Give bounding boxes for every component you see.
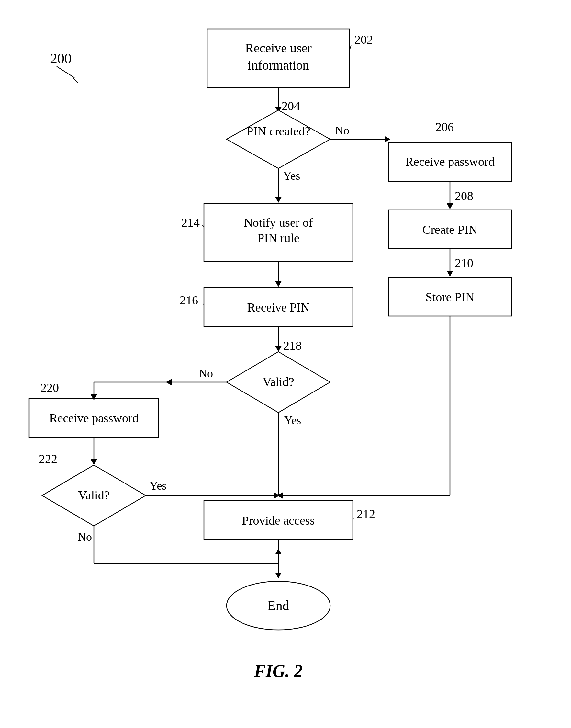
node-216-label: Receive PIN: [247, 301, 310, 314]
yes-label-218: Yes: [284, 414, 301, 427]
no-label-204: No: [335, 124, 349, 137]
ref-214: 214: [181, 216, 200, 229]
node-208-label: Create PIN: [423, 223, 477, 236]
ref-202: 202: [354, 33, 373, 46]
node-206-label: Receive password: [405, 155, 494, 169]
node-222-label: Valid?: [78, 488, 109, 502]
node-210-label: Store PIN: [426, 290, 474, 304]
ref-210: 210: [455, 256, 473, 270]
ref-206: 206: [435, 120, 454, 134]
ref-204: 204: [281, 99, 300, 113]
node-214-label: Notify user of: [244, 216, 313, 229]
ref-212: 212: [357, 507, 375, 521]
ref-216: 216: [180, 293, 198, 307]
flowchart-diagram: 200 Receive user information 202 PIN cre…: [0, 0, 571, 728]
fig-label: FIG. 2: [254, 661, 303, 681]
yes-label-222: Yes: [149, 479, 166, 492]
node-202-label: Receive user: [245, 41, 311, 56]
ref-222: 222: [39, 452, 57, 466]
node-220-label: Receive password: [49, 411, 138, 425]
node-202-label2: information: [248, 58, 309, 73]
node-212-label: Provide access: [242, 514, 315, 527]
node-204-label: PIN created?: [246, 124, 310, 138]
no-label-222: No: [78, 530, 92, 543]
figure-number-label: 200: [50, 50, 72, 67]
ref-220: 220: [40, 381, 59, 395]
ref-218: 218: [283, 339, 302, 352]
node-214-label2: PIN rule: [257, 231, 300, 245]
node-218-label: Valid?: [262, 375, 294, 389]
yes-label-204: Yes: [283, 169, 300, 182]
node-end-label: End: [267, 598, 290, 613]
no-label-218: No: [199, 367, 213, 380]
ref-208: 208: [455, 189, 473, 203]
